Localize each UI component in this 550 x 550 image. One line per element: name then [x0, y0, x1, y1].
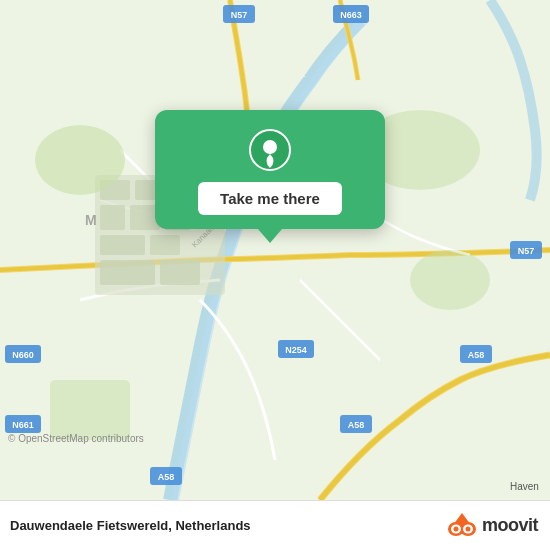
take-me-there-button[interactable]: Take me there — [198, 182, 342, 215]
svg-rect-35 — [50, 380, 130, 440]
svg-point-38 — [263, 140, 277, 154]
svg-text:N57: N57 — [231, 10, 248, 20]
svg-rect-28 — [150, 235, 180, 255]
svg-rect-29 — [100, 260, 155, 285]
svg-text:A58: A58 — [158, 472, 175, 482]
svg-point-44 — [453, 526, 458, 531]
svg-point-32 — [35, 125, 125, 195]
svg-point-45 — [465, 526, 470, 531]
moovit-logo: moovit — [446, 509, 538, 543]
svg-text:A58: A58 — [348, 420, 365, 430]
svg-text:N660: N660 — [12, 350, 34, 360]
svg-rect-27 — [100, 235, 145, 255]
moovit-brand-text: moovit — [482, 515, 538, 536]
svg-text:A58: A58 — [468, 350, 485, 360]
svg-rect-30 — [160, 260, 200, 285]
location-name: Dauwendaele Fietswereld, Netherlands — [10, 518, 251, 533]
popup-card[interactable]: Take me there — [155, 110, 385, 229]
svg-text:M: M — [85, 212, 97, 228]
svg-rect-24 — [100, 205, 125, 230]
bottom-bar: Dauwendaele Fietswereld, Netherlands moo… — [0, 500, 550, 550]
map-container: A58 A58 A58 N57 N663 N57 N660 N661 N254 … — [0, 0, 550, 500]
moovit-icon — [446, 509, 478, 543]
location-info: Dauwendaele Fietswereld, Netherlands — [10, 518, 251, 533]
svg-point-34 — [410, 250, 490, 310]
map-attribution: © OpenStreetMap contributors — [8, 433, 144, 444]
location-pin-icon — [248, 128, 292, 172]
svg-text:N57: N57 — [518, 246, 535, 256]
svg-text:Haven: Haven — [510, 481, 539, 492]
svg-text:N661: N661 — [12, 420, 34, 430]
svg-text:N663: N663 — [340, 10, 362, 20]
svg-text:N254: N254 — [285, 345, 307, 355]
